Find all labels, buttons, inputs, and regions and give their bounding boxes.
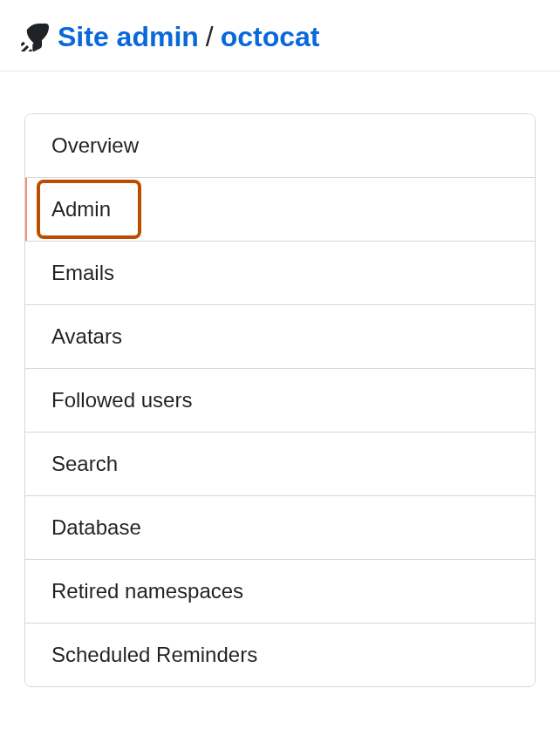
nav-item-overview[interactable]: Overview (25, 114, 535, 178)
site-admin-link[interactable]: Site admin (58, 21, 199, 53)
nav-item-label: Scheduled Reminders (51, 643, 257, 666)
nav-item-followed-users[interactable]: Followed users (25, 369, 535, 433)
nav-item-label: Followed users (51, 388, 192, 412)
nav-item-database[interactable]: Database (25, 496, 535, 560)
username-link[interactable]: octocat (221, 21, 320, 53)
nav-item-emails[interactable]: Emails (25, 242, 535, 305)
nav-item-label: Emails (51, 261, 114, 284)
nav-item-scheduled-reminders[interactable]: Scheduled Reminders (25, 624, 535, 686)
nav-item-label: Overview (51, 133, 139, 157)
content-area: Overview Admin Emails Avatars Followed u… (0, 72, 560, 712)
breadcrumb: Site admin / octocat (58, 21, 320, 53)
nav-item-label: Avatars (51, 324, 122, 348)
nav-item-label: Admin (51, 197, 111, 221)
nav-item-search[interactable]: Search (25, 433, 535, 496)
sidebar-nav-list: Overview Admin Emails Avatars Followed u… (24, 113, 536, 687)
nav-item-retired-namespaces[interactable]: Retired namespaces (25, 560, 535, 624)
nav-item-label: Retired namespaces (51, 579, 243, 603)
nav-item-label: Search (51, 452, 118, 475)
nav-item-avatars[interactable]: Avatars (25, 305, 535, 369)
breadcrumb-separator: / (206, 21, 214, 53)
nav-item-label: Database (51, 515, 141, 539)
rocket-icon (21, 24, 49, 51)
breadcrumb-header: Site admin / octocat (0, 0, 560, 72)
nav-item-admin[interactable]: Admin (25, 178, 535, 242)
